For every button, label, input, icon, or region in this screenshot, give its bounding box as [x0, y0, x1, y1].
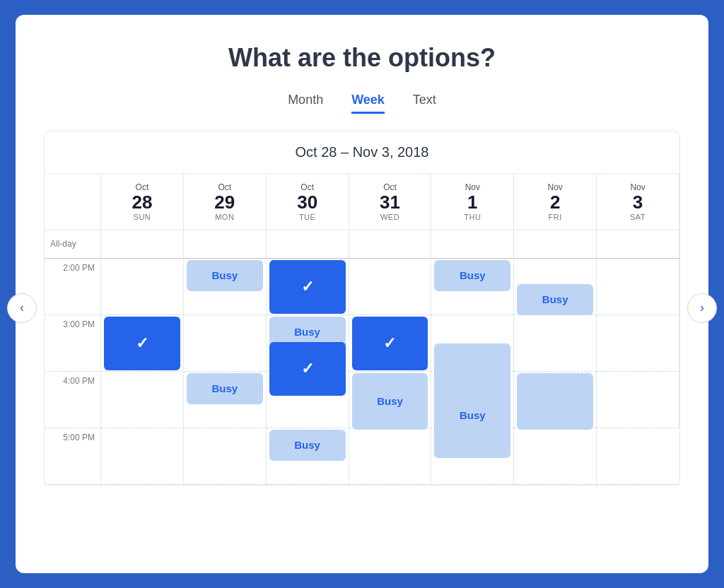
prev-button[interactable]: ‹	[7, 293, 37, 323]
tab-week[interactable]: Week	[351, 93, 385, 114]
tab-text[interactable]: Text	[413, 93, 436, 114]
cell-4pm-sun[interactable]	[101, 372, 184, 428]
event-sun-3pm-selected[interactable]: ✓	[104, 317, 180, 370]
event-mon-2pm-busy[interactable]: Busy	[187, 260, 263, 291]
cell-3pm-thu[interactable]	[431, 315, 514, 372]
cell-2pm-thu[interactable]: Busy	[431, 259, 514, 315]
cell-4pm-fri[interactable]	[514, 372, 597, 428]
cell-3pm-fri[interactable]	[514, 315, 597, 372]
cell-5pm-thu[interactable]	[431, 428, 514, 485]
day-header-thu: Nov 1 THU	[431, 174, 514, 230]
cell-5pm-mon[interactable]	[184, 428, 267, 485]
calendar: Oct 28 – Nov 3, 2018 Oct 28 SUN Oct 29 M…	[44, 131, 680, 486]
cell-5pm-fri[interactable]	[514, 428, 597, 485]
main-card: What are the options? Month Week Text ‹ …	[16, 15, 708, 573]
day-header-sat: Nov 3 SAT	[597, 174, 679, 230]
time-label-3pm: 3:00 PM	[45, 315, 101, 372]
day-header-tue: Oct 30 TUE	[267, 174, 349, 230]
cell-2pm-wed[interactable]	[349, 259, 432, 315]
event-mon-4pm-busy[interactable]: Busy	[187, 373, 263, 404]
allday-sat	[597, 230, 679, 259]
day-header-fri: Nov 2 FRI	[514, 174, 597, 230]
cell-3pm-wed[interactable]: ✓	[349, 315, 432, 372]
checkmark-sun-3pm: ✓	[136, 334, 148, 353]
event-fri-2pm-busy[interactable]: Busy	[517, 284, 593, 315]
allday-thu	[431, 230, 514, 259]
cell-5pm-sat[interactable]	[597, 428, 679, 485]
cell-2pm-tue[interactable]: ✓	[267, 259, 349, 315]
time-label-2pm: 2:00 PM	[45, 259, 101, 315]
day-header-mon: Oct 29 MON	[184, 174, 267, 230]
day-header-sun: Oct 28 SUN	[101, 174, 184, 230]
event-tue-2pm-selected[interactable]: ✓	[269, 260, 346, 314]
corner-cell	[45, 174, 101, 230]
cell-4pm-wed[interactable]: Busy	[349, 372, 432, 428]
event-wed-3pm-selected[interactable]: ✓	[352, 317, 428, 370]
cell-5pm-tue[interactable]: Busy	[267, 428, 349, 485]
event-fri-4pm-busy[interactable]	[517, 373, 593, 430]
cell-4pm-tue[interactable]	[267, 372, 349, 428]
cell-2pm-sun[interactable]	[101, 259, 184, 315]
cell-2pm-sat[interactable]	[597, 259, 679, 315]
calendar-grid: Oct 28 SUN Oct 29 MON Oct 30 TUE Oct 31	[45, 174, 679, 485]
calendar-header: Oct 28 – Nov 3, 2018	[45, 131, 679, 174]
tab-month[interactable]: Month	[288, 93, 323, 114]
page-title: What are the options?	[44, 43, 680, 73]
cell-3pm-tue[interactable]: Busy ✓	[267, 315, 349, 372]
checkmark-tue-2pm: ✓	[301, 278, 314, 296]
allday-wed	[349, 230, 432, 259]
next-button[interactable]: ›	[687, 293, 717, 323]
day-header-wed: Oct 31 WED	[349, 174, 432, 230]
cell-2pm-mon[interactable]: Busy	[184, 259, 267, 315]
cell-5pm-sun[interactable]	[101, 428, 184, 485]
event-tue-5pm-busy[interactable]: Busy	[269, 430, 346, 461]
cell-4pm-mon[interactable]: Busy	[184, 372, 267, 428]
cell-3pm-mon[interactable]	[184, 315, 267, 372]
event-thu-2pm-busy[interactable]: Busy	[434, 260, 510, 291]
event-wed-4pm-busy[interactable]: Busy	[352, 373, 428, 430]
calendar-wrapper: ‹ › Oct 28 – Nov 3, 2018 Oct 28 SUN Oct …	[44, 131, 680, 486]
tab-bar: Month Week Text	[44, 93, 680, 114]
cell-4pm-sat[interactable]	[597, 372, 679, 428]
cell-5pm-wed[interactable]	[349, 428, 432, 485]
time-label-4pm: 4:00 PM	[45, 372, 101, 428]
cell-4pm-thu[interactable]: Busy	[431, 372, 514, 428]
allday-tue	[267, 230, 349, 259]
allday-mon	[184, 230, 267, 259]
allday-sun	[101, 230, 184, 259]
time-label-5pm: 5:00 PM	[45, 428, 101, 485]
cell-3pm-sun[interactable]: ✓	[101, 315, 184, 372]
cell-3pm-sat[interactable]	[597, 315, 679, 372]
cell-2pm-fri[interactable]: Busy	[514, 259, 597, 315]
allday-label: All-day	[45, 230, 101, 259]
checkmark-wed-3pm: ✓	[383, 334, 396, 353]
allday-fri	[514, 230, 597, 259]
